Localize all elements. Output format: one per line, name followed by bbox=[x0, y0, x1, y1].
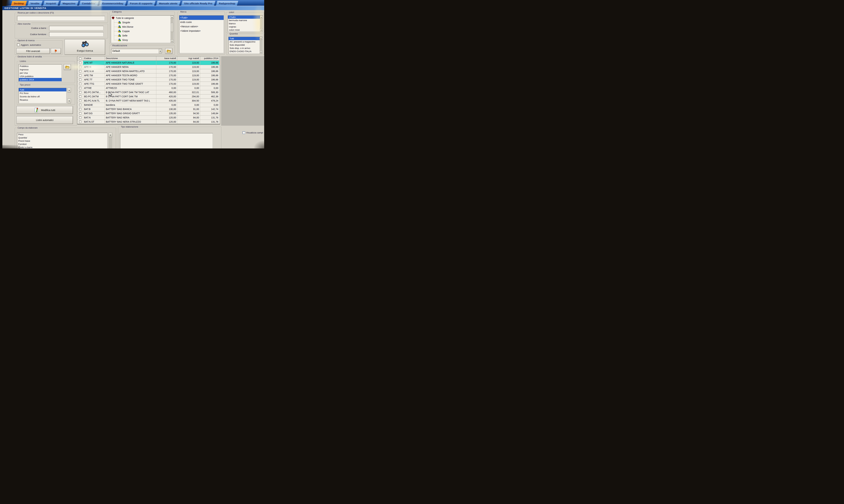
scroll-up-button[interactable]: ▲ bbox=[68, 88, 71, 93]
automatic-lists-button[interactable]: Listini automatici bbox=[17, 116, 73, 124]
listino-item-pubblico[interactable]: Pubblico bbox=[19, 65, 61, 68]
quantity-item-solo-disp-o-in-arrivo[interactable]: Solo disp. o in arrivo bbox=[229, 47, 260, 50]
row-checkbox[interactable] bbox=[79, 87, 81, 89]
row-checkbox[interactable] bbox=[79, 108, 81, 110]
table-row-bat-b[interactable]: BAT.BBATTERY BAG BIANCA130,0091,00142,74 bbox=[77, 107, 220, 111]
column-header-base-ivato[interactable]: base ivato€ bbox=[156, 56, 177, 61]
execute-search-button[interactable]: Esegui ricerca bbox=[65, 39, 105, 55]
row-checkbox[interactable] bbox=[79, 121, 81, 123]
brand-item-tutti[interactable]: <Tutti> bbox=[179, 16, 224, 20]
scroll-down-button[interactable]: ▼ bbox=[260, 29, 263, 31]
listino-item-ingrosso[interactable]: Ingrosso bbox=[19, 68, 61, 71]
table-row-bd-pc-n-m-tl[interactable]: BD.PC.N.M.TLB. DYNA PATT CORT NERA MART … bbox=[77, 99, 220, 103]
row-checkbox[interactable] bbox=[79, 112, 81, 114]
table-row-ape-n-m[interactable]: APE.N.MAPE HANGER NERA MARTELLATO170,001… bbox=[77, 69, 220, 73]
color-item-tutti[interactable]: <Tutti> bbox=[228, 16, 260, 19]
quantity-item-tutti[interactable]: Tutti bbox=[229, 37, 260, 40]
table-row-ape-n[interactable]: APE.NAPE HANGER NERA170,00119,00186,66 bbox=[77, 65, 220, 69]
brand-item-nessun-valore[interactable]: <Nessun valore> bbox=[179, 24, 224, 29]
tab-manuale-utente[interactable]: Manuale utente bbox=[156, 1, 180, 6]
table-row-bandie[interactable]: BANDIEbandiera0,000,000,00 bbox=[77, 103, 220, 107]
scroll-thumb[interactable] bbox=[171, 23, 174, 32]
field-item-peso[interactable]: Peso bbox=[17, 133, 107, 136]
search-input[interactable] bbox=[17, 16, 105, 21]
row-checkbox[interactable] bbox=[79, 104, 81, 106]
color-item-colori-misti[interactable]: colori misti bbox=[228, 28, 260, 32]
scroll-up-button[interactable]: ▲ bbox=[108, 133, 112, 137]
scroll-up-button[interactable]: ▲ bbox=[171, 16, 174, 19]
price-type-item-tutti[interactable]: Tutti bbox=[19, 88, 66, 91]
field-item-quantita[interactable]: Quantita' bbox=[17, 136, 107, 139]
brand-item-valore-impostato[interactable]: <Valore impostato> bbox=[179, 29, 224, 33]
price-type-item-prz-fisso[interactable]: Prz fisso bbox=[19, 91, 66, 95]
field-item-codici-a-barre[interactable]: Codici a barre bbox=[17, 146, 107, 148]
column-header-ingr-ivato[interactable]: ingr ivato€ bbox=[177, 56, 200, 61]
price-type-item-ricarico[interactable]: Ricarico bbox=[19, 98, 66, 102]
listino-item-usa-pubblico[interactable]: USA pubblico bbox=[19, 75, 61, 78]
tab-ecommerce-ebay[interactable]: Ecommerce/eBay bbox=[99, 1, 126, 6]
row-checkbox[interactable] bbox=[79, 83, 81, 85]
row-checkbox[interactable] bbox=[79, 74, 81, 76]
show-fields-checkbox[interactable] bbox=[243, 131, 245, 134]
tree-item-mini-borse[interactable]: Mini Borse bbox=[114, 25, 170, 29]
edit-all-button[interactable]: Modifica tutti bbox=[17, 106, 73, 114]
row-checkbox[interactable] bbox=[79, 116, 81, 119]
tree-item-selle[interactable]: Selle bbox=[114, 33, 170, 38]
row-checkbox[interactable] bbox=[79, 95, 81, 98]
quantity-item-art-presenti-a-magazzino[interactable]: Art. presenti a magazzino bbox=[229, 40, 260, 43]
scroll-up-button[interactable]: ▲ bbox=[260, 37, 262, 40]
filter-flag-button[interactable] bbox=[51, 48, 61, 54]
table-row-bat-gg[interactable]: BAT.GGBATTERY BAG GRIGIO GRATT135,0094,5… bbox=[77, 111, 220, 115]
tab-radyproshop[interactable]: Radyproshop bbox=[216, 1, 238, 6]
advanced-filters-button[interactable]: Filtri avanzati bbox=[16, 48, 50, 54]
barcode-input[interactable] bbox=[49, 26, 104, 30]
scroll-down-button[interactable]: ▼ bbox=[171, 40, 174, 43]
listino-item-per-usa[interactable]: per Usa bbox=[19, 71, 61, 75]
listino-item-pubblico-2014[interactable]: pubblico 2014 bbox=[19, 78, 61, 81]
table-row-ape-nt[interactable]: APE.NTAPE HANGER NATURALE170,00119,00186… bbox=[77, 61, 220, 65]
table-row-bd-pc-dktm[interactable]: BD.PC.DKTM...B DYNA PATT CORT DAK TM TAS… bbox=[77, 90, 220, 94]
row-checkbox[interactable] bbox=[79, 61, 81, 64]
tab-acquisti[interactable]: Acquisti bbox=[43, 1, 59, 6]
tree-item-sissy[interactable]: Sissy bbox=[114, 38, 170, 42]
field-item-prezzi-base[interactable]: Prezzi base bbox=[17, 139, 107, 143]
tab-contabilita[interactable]: Contabilita' bbox=[79, 1, 99, 6]
scroll-down-button[interactable]: ▼ bbox=[260, 51, 262, 53]
scroll-down-button[interactable]: ▼ bbox=[68, 99, 71, 103]
table-row-bd-pc-dktm[interactable]: BD.PC.DKTMB DYNA PATT CORT DAK TM420,002… bbox=[77, 94, 220, 99]
tree-item-coppie[interactable]: Coppie bbox=[114, 29, 170, 33]
dropdown-arrow-button[interactable]: ▼ bbox=[159, 49, 162, 53]
supplier-code-input[interactable] bbox=[49, 32, 104, 37]
table-row-attre[interactable]: ATTREATTREZZI0,000,000,00 bbox=[77, 86, 220, 90]
price-type-item-sconto-da-listino-uff[interactable]: Sconto da listino uff. bbox=[19, 95, 66, 98]
brand-item-ends-cuoio[interactable]: ends cuoio bbox=[179, 20, 224, 24]
tab-sito-ufficiale-ready-pro[interactable]: Sito ufficiale Ready Pro bbox=[181, 1, 215, 6]
color-item-bianco[interactable]: bianco bbox=[228, 22, 260, 25]
row-checkbox[interactable] bbox=[79, 66, 81, 68]
table-row-ape-ttg[interactable]: APE.TTGAPE HANGER TWO TONE GRATT170,0011… bbox=[77, 82, 220, 86]
color-item-bermuda-marrone[interactable]: bermuda marrone bbox=[228, 19, 260, 22]
listino-folder-button[interactable] bbox=[64, 64, 71, 70]
quantity-item-solo-disponibili[interactable]: Solo disponibili bbox=[229, 43, 260, 47]
column-header-pubblico-2014[interactable]: pubblico 2014 bbox=[200, 56, 219, 61]
column-header-codice[interactable]: Codice bbox=[83, 56, 105, 61]
field-item-fornitori[interactable]: Fornitori bbox=[17, 143, 107, 146]
select-all-checkbox[interactable] bbox=[79, 57, 81, 60]
tab-desktop[interactable]: Desktop bbox=[11, 1, 27, 6]
table-row-bat-n[interactable]: BAT.NBATTERY BAG NERA120,0084,00131,76 bbox=[77, 115, 220, 120]
tab-vendite[interactable]: Vendite bbox=[27, 1, 42, 6]
quantity-item-ends-cuoio-italia[interactable]: ENDS CUOIO ITALIA bbox=[229, 50, 260, 53]
row-checkbox[interactable] bbox=[79, 91, 81, 93]
color-item-cognac[interactable]: cognac bbox=[228, 25, 260, 28]
table-row-ape-tt[interactable]: APE.TTAPE HANGER TWO TONE170,00119,00186… bbox=[77, 77, 220, 82]
table-row-bat-n-st[interactable]: BAT.N.STBATTERY BAG NERA STRUZZO120,0084… bbox=[77, 120, 220, 124]
view-dropdown[interactable]: Default ▼ bbox=[111, 49, 162, 54]
tab-magazzino[interactable]: Magazzino bbox=[59, 1, 78, 6]
table-row-ape-tm[interactable]: APE.TMAPE HANGER TESTA MORO170,00119,001… bbox=[77, 73, 220, 77]
row-checkbox[interactable] bbox=[79, 78, 81, 81]
column-header-descrizione[interactable]: Descrizione bbox=[105, 56, 156, 61]
row-checkbox[interactable] bbox=[79, 70, 81, 72]
view-folder-button[interactable] bbox=[165, 48, 172, 54]
tree-item-singole[interactable]: Singole bbox=[114, 20, 170, 25]
auto-update-checkbox[interactable] bbox=[17, 43, 20, 46]
